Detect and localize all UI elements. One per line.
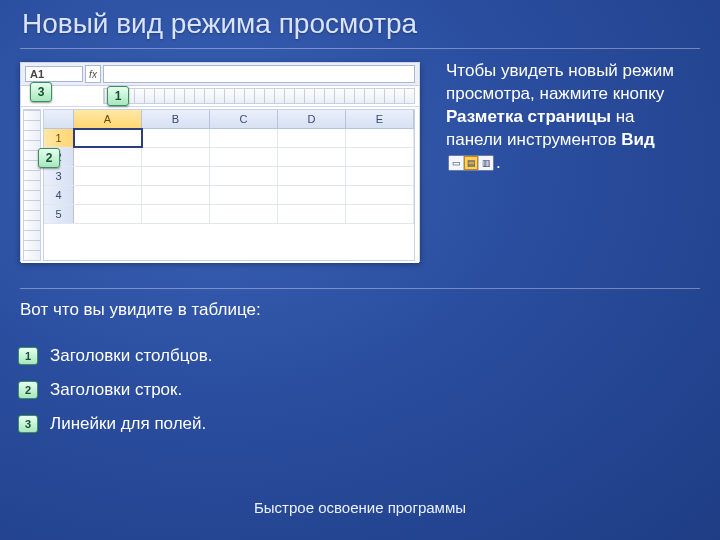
cell	[74, 167, 142, 185]
para-bold-2: Вид	[621, 130, 655, 149]
instruction-paragraph: Чтобы увидеть новый режим просмотра, наж…	[446, 60, 690, 175]
list-item: 1 Заголовки столбцов.	[18, 346, 212, 366]
column-header: D	[278, 110, 346, 128]
name-box-value: A1	[30, 68, 44, 80]
vertical-ruler	[23, 109, 41, 261]
row-header: 1	[44, 129, 74, 147]
table-row: 4	[44, 186, 414, 205]
cell	[278, 148, 346, 166]
cell	[346, 148, 414, 166]
table-row: 3	[44, 167, 414, 186]
select-all-corner	[44, 110, 74, 128]
list-item: 3 Линейки для полей.	[18, 414, 212, 434]
column-header: A	[74, 110, 142, 128]
slide-title: Новый вид режима просмотра	[22, 8, 417, 40]
para-text-3: .	[496, 153, 501, 172]
cell	[278, 167, 346, 185]
rows: 1 2 3 4	[44, 129, 414, 260]
list-badge-1: 1	[18, 347, 38, 365]
ruler-ticks-h	[104, 89, 414, 103]
cell	[346, 205, 414, 223]
cell	[346, 186, 414, 204]
row-header: 3	[44, 167, 74, 185]
list-badge-2: 2	[18, 381, 38, 399]
name-box: A1	[25, 66, 83, 82]
list-text-2: Заголовки строк.	[50, 380, 182, 400]
cell-a1	[74, 129, 142, 147]
divider-middle	[20, 288, 700, 289]
cell	[210, 186, 278, 204]
column-header: B	[142, 110, 210, 128]
view-page-layout-icon: ▤	[464, 156, 479, 170]
formula-bar-row: A1 fx	[21, 63, 419, 86]
cell	[74, 148, 142, 166]
excel-screenshot: A1 fx A B C D E	[20, 62, 420, 262]
callout-badge-2: 2	[38, 148, 60, 168]
view-normal-icon: ▭	[449, 156, 464, 170]
column-headers: A B C D E	[44, 110, 414, 129]
cell	[210, 167, 278, 185]
cell	[74, 186, 142, 204]
cell	[142, 129, 210, 147]
horizontal-ruler-area	[21, 86, 419, 107]
cell	[142, 186, 210, 204]
list-text-1: Заголовки столбцов.	[50, 346, 212, 366]
table-row: 2	[44, 148, 414, 167]
formula-input	[103, 65, 415, 83]
sheet-body: A B C D E 1 2	[21, 107, 419, 263]
ruler-ticks-v	[24, 110, 40, 260]
para-bold-1: Разметка страницы	[446, 107, 611, 126]
cell	[278, 186, 346, 204]
cell	[346, 167, 414, 185]
slide: Новый вид режима просмотра A1 fx A B	[0, 0, 720, 540]
callout-badge-1: 1	[107, 86, 129, 106]
row-header: 5	[44, 205, 74, 223]
view-page-break-icon: ▥	[479, 156, 493, 170]
list-item: 2 Заголовки строк.	[18, 380, 212, 400]
list-badge-3: 3	[18, 415, 38, 433]
cell	[210, 129, 278, 147]
row-header: 4	[44, 186, 74, 204]
cell	[278, 129, 346, 147]
cell	[74, 205, 142, 223]
cell	[278, 205, 346, 223]
callout-badge-3: 3	[30, 82, 52, 102]
table-row: 1	[44, 129, 414, 148]
worksheet: A B C D E 1 2	[43, 109, 415, 261]
cell	[142, 205, 210, 223]
view-mode-toolbar-icon: ▭ ▤ ▥	[448, 155, 494, 171]
cell	[210, 148, 278, 166]
cell	[346, 129, 414, 147]
fx-icon: fx	[85, 65, 101, 83]
list-text-3: Линейки для полей.	[50, 414, 206, 434]
callout-list: 1 Заголовки столбцов. 2 Заголовки строк.…	[18, 332, 212, 448]
table-row: 5	[44, 205, 414, 224]
cell	[142, 148, 210, 166]
footer-text: Быстрое освоение программы	[0, 499, 720, 516]
cell	[142, 167, 210, 185]
para-text-1: Чтобы увидеть новый режим просмотра, наж…	[446, 61, 674, 103]
column-header: C	[210, 110, 278, 128]
divider-top	[20, 48, 700, 49]
column-header: E	[346, 110, 414, 128]
subheading: Вот что вы увидите в таблице:	[20, 300, 261, 320]
horizontal-ruler	[103, 88, 415, 104]
cell	[210, 205, 278, 223]
